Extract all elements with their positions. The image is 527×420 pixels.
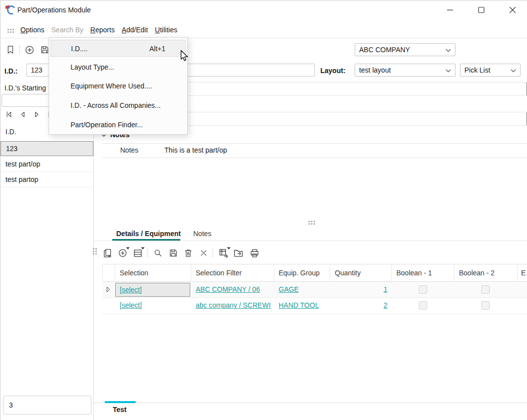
grid-row-border [102,314,527,314]
tab-details-equipment[interactable]: Details / Equipment [116,230,181,238]
menu-search-by[interactable]: Search By [51,22,83,38]
menu-item-id[interactable]: I.D.... Alt+1 [51,40,186,57]
grid-column-header[interactable]: Boolean - 1 [396,264,432,282]
selection-link[interactable]: [select] [120,286,142,294]
bottom-tab-test[interactable]: Test [113,406,127,414]
quantity-link[interactable]: 2 [330,301,387,309]
company-select[interactable]: ABC COMPANY [355,43,455,56]
id-label: I.D.: [4,67,17,75]
menu-utilities[interactable]: Utilities [155,22,177,38]
selected-cell[interactable]: [select] [115,283,190,297]
add-circle-icon [118,248,128,258]
app-logo-icon [4,4,15,15]
quantity-link[interactable]: 1 [330,285,387,293]
selection-filter-link[interactable]: ABC COMPANY / 06 [196,285,260,293]
record-list-item[interactable]: test part/op [0,157,93,172]
grid-search-button[interactable] [152,247,164,259]
menu-item-equipment-where-used[interactable]: Equipment Where Used.... [51,78,186,94]
toolbar-separator [213,249,213,257]
search-icon [153,248,163,258]
nav-previous-icon [18,110,27,119]
maximize-icon [476,5,486,15]
grid-new-record-button[interactable] [101,247,113,259]
notes-row-bottom-border [102,158,527,158]
boolean-1-checkbox[interactable] [419,301,427,310]
splitter-grip[interactable] [308,221,315,225]
menu-item-layout-type[interactable]: Layout Type... [51,59,186,76]
dropdown-caret-icon [227,247,230,250]
id-starting-label: I.D.'s Starting [4,84,46,92]
selection-filter-link[interactable]: abc company / SCREWI [196,301,271,309]
menu-options[interactable]: Options [20,22,44,38]
tab-notes[interactable]: Notes [193,230,212,238]
grid-export-button[interactable] [218,247,229,259]
picklist-select[interactable]: Pick List [460,64,521,77]
add-circle-icon [24,45,35,55]
menu-item-label: I.D. - Across All Companies... [71,101,160,109]
menu-reports[interactable]: Reports [90,22,115,38]
chevron-down-icon [511,69,516,73]
grid-export-file-button[interactable] [232,247,244,259]
record-count-box: 3 [3,396,91,415]
grid-column-header[interactable]: Quantity [335,264,361,282]
menu-item-shortcut: Alt+1 [150,40,165,57]
bookmark-button[interactable] [4,44,16,56]
grid-form-view-button[interactable] [132,247,144,259]
boolean-2-checkbox[interactable] [481,301,490,310]
dropdown-caret-icon [141,247,145,250]
menu-item-label: Layout Type... [71,63,114,71]
chevron-down-icon [446,69,451,73]
close-icon [508,5,518,15]
grid-toolbar-drag-handle[interactable] [93,248,97,254]
grid-delete-button[interactable] [182,247,194,259]
add-record-button[interactable] [23,44,35,56]
nav-first-icon [4,110,13,119]
grid-column-header[interactable]: Selection [120,264,149,282]
boolean-2-checkbox[interactable] [481,285,490,294]
boolean-1-checkbox[interactable] [419,285,427,294]
maximize-button[interactable] [470,0,493,19]
company-select-value: ABC COMPANY [359,46,410,54]
table-row: [select] ABC COMPANY / 06 GAGE 1 [102,282,527,298]
grid-add-button[interactable] [117,247,129,259]
nav-next-button[interactable] [30,108,43,121]
trash-icon [183,248,193,258]
nav-first-button[interactable] [2,108,15,121]
grid-column-header[interactable]: Selection Filter [196,264,242,282]
selection-link[interactable]: [select] [120,301,142,309]
menu-item-part-operation-finder[interactable]: Part/Operation Finder... [51,116,186,133]
menu-item-label: Equipment Where Used.... [71,82,152,90]
grid-print-button[interactable] [248,247,260,259]
layout-select[interactable]: test layout [355,64,455,77]
grid-cancel-button[interactable] [198,247,210,259]
record-list-item[interactable]: 123 [0,141,93,156]
titlebar: Part/Operations Module [0,0,527,19]
printer-icon [249,248,260,258]
current-row-indicator-icon [104,285,112,293]
grid-save-button[interactable] [167,247,179,259]
close-x-icon [199,249,208,257]
bottom-tabs-border [94,403,527,403]
equip-group-link[interactable]: GAGE [279,285,299,293]
new-record-icon [102,248,113,258]
minimize-button[interactable] [439,0,461,19]
bottom-tab-accent [105,401,136,403]
nav-previous-button[interactable] [16,108,29,121]
grid-column-header[interactable]: Equip. Group [279,264,320,282]
grid-column-header[interactable]: E [521,264,526,282]
left-panel-divider [93,125,94,420]
bookmark-icon [5,45,15,55]
close-button[interactable] [501,0,524,19]
menu-add-edit[interactable]: Add/Edit [122,22,148,38]
equip-group-link[interactable]: HAND TOOL [279,301,319,309]
folder-export-icon [233,248,244,258]
grid-column-header[interactable]: Boolean - 2 [459,264,495,282]
menubar-drag-handle[interactable] [7,29,14,33]
record-list-item[interactable]: test partop [0,172,93,187]
notes-field-value[interactable]: This is a test part/op [164,146,227,154]
save-icon [40,45,50,55]
picklist-select-value: Pick List [464,66,490,74]
dropdown-caret-icon [126,247,130,250]
tabs-bottom-border [94,241,527,241]
menu-item-id-across-all-companies[interactable]: I.D. - Across All Companies... [51,97,186,114]
